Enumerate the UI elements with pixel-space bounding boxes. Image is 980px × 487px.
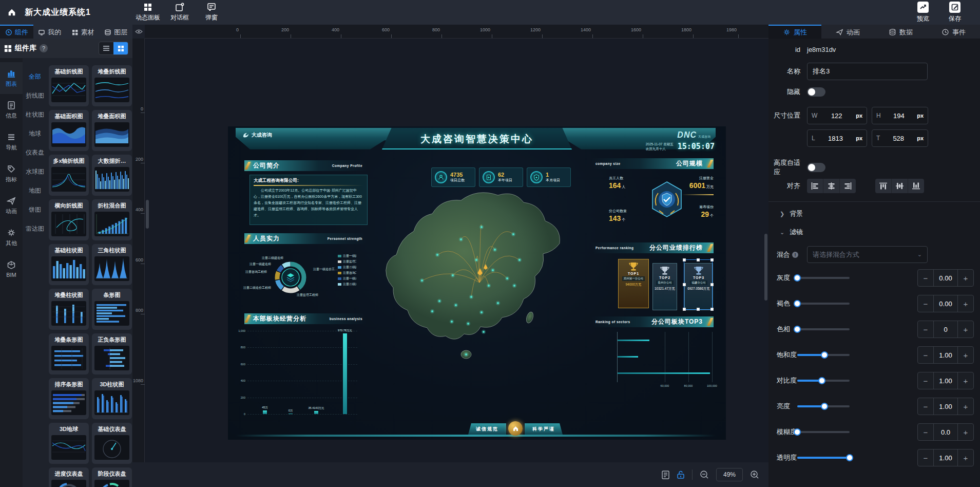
rail-item-indicator[interactable]: 指标 bbox=[0, 158, 23, 190]
align-bottom-button[interactable] bbox=[908, 179, 924, 193]
ruler-corner[interactable] bbox=[132, 25, 145, 39]
list-view-button[interactable] bbox=[99, 42, 113, 54]
toolbar-grid-button[interactable]: 动态面板 bbox=[132, 0, 164, 25]
rail-item-nav[interactable]: 导航 bbox=[0, 126, 23, 158]
decrement-button[interactable]: − bbox=[918, 424, 933, 440]
slider-thumb[interactable] bbox=[821, 351, 828, 359]
align-top-button[interactable] bbox=[875, 179, 891, 193]
toolbar-popup-button[interactable]: 弹窗 bbox=[196, 0, 227, 25]
height-field[interactable]: H194px bbox=[872, 107, 928, 124]
component-card[interactable]: 堆叠折线图 bbox=[92, 65, 132, 106]
component-card[interactable]: 进度仪表盘 bbox=[49, 467, 89, 487]
slider-track[interactable] bbox=[797, 277, 850, 279]
increment-button[interactable]: + bbox=[958, 424, 973, 440]
component-card[interactable]: 堆叠面积图 bbox=[92, 110, 132, 151]
right-scrollbar-thumb[interactable] bbox=[764, 234, 767, 301]
home-button[interactable] bbox=[0, 0, 24, 25]
lock-button[interactable] bbox=[677, 471, 685, 479]
selection-handle[interactable] bbox=[683, 283, 686, 286]
decrement-button[interactable]: − bbox=[918, 347, 933, 363]
tab-attributes[interactable]: 属性 bbox=[768, 25, 821, 39]
slider-thumb[interactable] bbox=[818, 377, 825, 384]
left-field[interactable]: L1813px bbox=[807, 129, 867, 147]
selection-handle[interactable] bbox=[683, 258, 686, 261]
category-item[interactable]: 全部 bbox=[23, 67, 47, 86]
selection-handle[interactable] bbox=[697, 258, 700, 261]
topbar-save-button[interactable]: 保存 bbox=[939, 0, 971, 25]
align-middle-button[interactable] bbox=[892, 179, 908, 193]
slider-thumb[interactable] bbox=[794, 428, 801, 436]
zoom-level-input[interactable]: 49% bbox=[716, 468, 743, 481]
rail-item-other[interactable]: 其他 bbox=[0, 221, 23, 253]
align-right-button[interactable] bbox=[840, 179, 856, 193]
align-center-button[interactable] bbox=[823, 179, 839, 193]
filter-section-toggle[interactable]: ⌄ 滤镜 bbox=[780, 228, 980, 237]
canvas-body[interactable]: 大成咨询 DNC大成咨询 大成咨询智慧决策中心 2025-11-07 星期五 农… bbox=[132, 39, 768, 462]
increment-button[interactable]: + bbox=[958, 270, 973, 286]
component-card[interactable]: 3D地球 bbox=[49, 423, 89, 464]
rail-item-charts[interactable]: 图表 bbox=[0, 62, 23, 94]
slider-thumb[interactable] bbox=[846, 454, 853, 461]
category-item[interactable]: 水球图 bbox=[23, 162, 47, 181]
background-section-toggle[interactable]: ❯ 背景 bbox=[780, 209, 980, 218]
component-card[interactable]: 基础折线图 bbox=[49, 65, 89, 106]
category-item[interactable]: 仪表盘 bbox=[23, 143, 47, 162]
selection-handle[interactable] bbox=[683, 308, 686, 311]
tab-animation[interactable]: 动画 bbox=[821, 25, 874, 39]
category-item[interactable]: 地球 bbox=[23, 124, 47, 143]
topbar-preview-button[interactable]: 预览 bbox=[907, 0, 939, 25]
decrement-button[interactable]: − bbox=[918, 449, 933, 466]
component-card[interactable]: 堆叠柱状图 bbox=[49, 289, 89, 330]
component-card[interactable]: 3D柱状图 bbox=[92, 378, 132, 419]
selection-handle[interactable] bbox=[710, 308, 714, 311]
autoheight-toggle[interactable] bbox=[807, 163, 825, 172]
component-card[interactable]: 基础仪表盘 bbox=[92, 423, 132, 464]
zoom-in-button[interactable] bbox=[750, 470, 759, 479]
component-card[interactable]: 横向折线图 bbox=[49, 199, 89, 240]
decrement-button[interactable]: − bbox=[918, 321, 933, 338]
category-item[interactable]: 饼图 bbox=[23, 200, 47, 219]
component-card[interactable]: 大数据折… bbox=[92, 155, 132, 196]
slider-thumb[interactable] bbox=[794, 326, 801, 333]
component-card[interactable]: 折柱混合图 bbox=[92, 199, 132, 240]
component-card[interactable]: 三角柱状图 bbox=[92, 244, 132, 285]
slider-track[interactable] bbox=[797, 380, 850, 382]
increment-button[interactable]: + bbox=[958, 372, 973, 389]
selection-handle[interactable] bbox=[710, 258, 714, 261]
increment-button[interactable]: + bbox=[958, 449, 973, 466]
rail-item-animation[interactable]: 动画 bbox=[0, 190, 23, 221]
zoom-out-button[interactable] bbox=[700, 470, 709, 479]
slider-thumb[interactable] bbox=[794, 274, 801, 282]
width-field[interactable]: W122px bbox=[807, 107, 867, 124]
left-scrollbar-thumb[interactable] bbox=[146, 200, 149, 229]
increment-button[interactable]: + bbox=[958, 321, 973, 338]
tab-layers[interactable]: 图层 bbox=[100, 25, 133, 39]
decrement-button[interactable]: − bbox=[918, 372, 933, 389]
category-item[interactable]: 折线图 bbox=[23, 86, 47, 105]
slider-track[interactable] bbox=[797, 328, 850, 330]
slider-track[interactable] bbox=[797, 303, 850, 305]
component-card[interactable]: 条形图 bbox=[92, 289, 132, 330]
name-input[interactable] bbox=[807, 63, 928, 80]
grid-view-button[interactable] bbox=[113, 42, 128, 54]
component-card[interactable]: 多x轴折线图 bbox=[49, 155, 89, 196]
selection-handle[interactable] bbox=[710, 283, 714, 286]
blend-select[interactable]: 请选择混合方式 ⌄ bbox=[807, 246, 928, 263]
category-item[interactable]: 雷达图 bbox=[23, 219, 47, 238]
category-item[interactable]: 地图 bbox=[23, 181, 47, 200]
rail-item-bim[interactable]: BIM bbox=[0, 253, 23, 285]
tab-components[interactable]: 组件 bbox=[0, 25, 33, 39]
slider-track[interactable] bbox=[797, 457, 850, 459]
rail-item-info[interactable]: 信息 bbox=[0, 94, 23, 126]
selection-handle[interactable] bbox=[697, 308, 700, 311]
component-card[interactable]: 基础柱状图 bbox=[49, 244, 89, 285]
component-card[interactable]: 阶段仪表盘 bbox=[92, 467, 132, 487]
increment-button[interactable]: + bbox=[958, 295, 973, 312]
decrement-button[interactable]: − bbox=[918, 398, 933, 415]
tab-mine[interactable]: 我的 bbox=[33, 25, 67, 39]
category-item[interactable]: 柱状图 bbox=[23, 105, 47, 124]
slider-track[interactable] bbox=[797, 405, 850, 407]
component-card[interactable]: 正负条形图 bbox=[92, 333, 132, 374]
decrement-button[interactable]: − bbox=[918, 270, 933, 286]
help-icon[interactable]: ? bbox=[40, 44, 48, 52]
